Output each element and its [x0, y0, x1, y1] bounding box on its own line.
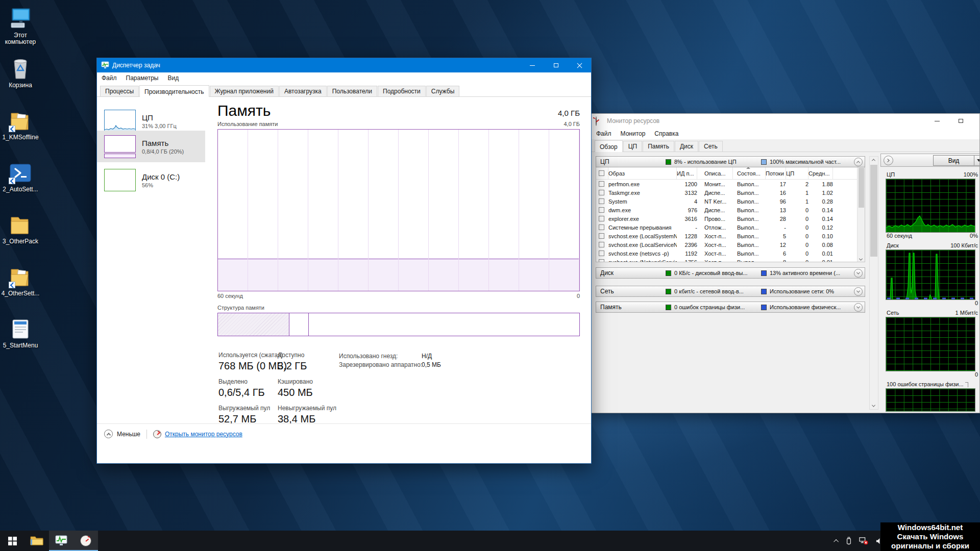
desktop-icon-otherpack[interactable]: 3_OtherPack	[1, 213, 40, 245]
tab-details[interactable]: Подробности	[378, 86, 426, 96]
process-threads: 17	[766, 181, 786, 187]
column-threads[interactable]: Потоки	[766, 167, 786, 179]
close-button[interactable]	[568, 58, 591, 72]
start-button[interactable]	[0, 531, 24, 551]
open-resource-monitor-link[interactable]: Открыть монитор ресурсов	[165, 431, 242, 438]
process-row[interactable]: explorer.exe 3616 Прово... Выпол... 28 0…	[596, 214, 865, 223]
column-pid[interactable]: ИД п...	[677, 167, 697, 179]
cpu-section-bar[interactable]: ЦП 8% - использование ЦП 100% максимальн…	[596, 156, 865, 167]
process-checkbox[interactable]	[596, 190, 608, 195]
process-checkbox[interactable]	[596, 181, 608, 187]
menu-monitor[interactable]: Монитор	[616, 130, 650, 137]
fewer-details-button[interactable]: Меньше	[117, 431, 140, 438]
taskbar-file-explorer-button[interactable]	[24, 531, 49, 551]
process-row[interactable]: svchost.exe (LocalSystemNet... 1228 Хост…	[596, 232, 865, 240]
table-scrollbar[interactable]	[857, 167, 865, 262]
process-checkbox[interactable]	[596, 242, 608, 247]
taskbar-task-manager-button[interactable]	[49, 531, 74, 551]
process-pid: 3132	[677, 190, 697, 196]
watermark-line: Скачать Windows	[880, 532, 980, 541]
column-status[interactable]: Состоя...	[737, 167, 766, 179]
tray-chevron-up-icon[interactable]	[834, 539, 839, 544]
scroll-up-arrow-icon[interactable]	[872, 159, 875, 162]
column-average-cpu[interactable]: Средн...	[808, 167, 833, 179]
process-average-cpu: 0.01	[808, 251, 833, 257]
resource-monitor-titlebar[interactable]: Монитор ресурсов	[592, 114, 979, 128]
tab-users[interactable]: Пользователи	[327, 86, 377, 96]
tab-processes[interactable]: Процессы	[100, 86, 139, 96]
memory-composition-bar[interactable]	[217, 313, 580, 336]
process-checkbox[interactable]	[596, 207, 608, 213]
desktop-icon-startmenu[interactable]: 5_StartMenu	[1, 317, 40, 349]
scroll-down-arrow-icon[interactable]	[859, 257, 863, 261]
network-section-expand-button[interactable]	[854, 287, 863, 296]
desktop-icon-kmsoffline[interactable]: 1_KMSoffline	[1, 109, 40, 141]
desktop-icon-recycle-bin[interactable]: Корзина	[1, 57, 40, 89]
process-checkbox[interactable]	[596, 198, 608, 204]
tab-network[interactable]: Сеть	[699, 141, 723, 152]
process-rows: perfmon.exe 1200 Монит... Выпол... 17 2 …	[596, 180, 865, 262]
tab-performance[interactable]: Производительность	[139, 85, 209, 97]
scroll-down-arrow-icon[interactable]	[872, 404, 875, 407]
collapse-panel-button[interactable]	[884, 156, 893, 165]
process-row[interactable]: svchost.exe (LocalServiceNo... 2396 Хост…	[596, 240, 865, 249]
disk-section-bar[interactable]: Диск 0 КБ/с - дисковый ввод-вы... 13% ак…	[596, 267, 865, 279]
process-row[interactable]: perfmon.exe 1200 Монит... Выпол... 17 2 …	[596, 180, 865, 188]
process-checkbox[interactable]	[596, 259, 608, 262]
desktop-icon-autosett[interactable]: 2_AutoSett...	[1, 161, 40, 193]
process-row[interactable]: System 4 NT Ker... Выпол... 96 1 0.28	[596, 197, 865, 206]
desktop-icon-this-pc[interactable]: Этот компьютер	[1, 7, 40, 45]
process-row[interactable]: dwm.exe 976 Диспе... Выпол... 13 0 0.14	[596, 206, 865, 214]
process-checkbox[interactable]	[596, 216, 608, 221]
overview-scrollbar[interactable]	[869, 156, 878, 410]
menu-options[interactable]: Параметры	[121, 74, 163, 82]
minimize-button[interactable]	[925, 114, 949, 128]
network-disconnected-icon[interactable]	[859, 537, 868, 545]
tab-memory[interactable]: Память	[643, 141, 674, 152]
menu-file[interactable]: Файл	[97, 74, 121, 82]
process-average-cpu: 0.12	[808, 224, 833, 231]
menu-view[interactable]: Вид	[163, 74, 183, 82]
usb-device-icon[interactable]	[846, 537, 852, 545]
task-manager-titlebar[interactable]: Диспетчер задач	[97, 58, 591, 72]
column-description[interactable]: Описа...	[704, 167, 733, 179]
cpu-graph-title: ЦП	[887, 171, 895, 178]
tab-app-history[interactable]: Журнал приложений	[210, 86, 279, 96]
menu-file[interactable]: Файл	[592, 130, 616, 137]
process-checkbox[interactable]	[596, 251, 608, 256]
disk-section-expand-button[interactable]	[854, 269, 863, 278]
process-average-cpu: 1.02	[808, 190, 833, 196]
select-all-checkbox[interactable]	[596, 167, 608, 179]
close-button[interactable]	[972, 114, 980, 128]
tab-startup[interactable]: Автозагрузка	[279, 86, 327, 96]
view-dropdown-button[interactable]: Вид	[933, 155, 980, 166]
tab-services[interactable]: Службы	[426, 86, 459, 96]
tab-disk[interactable]: Диск	[675, 141, 698, 152]
cpu-section-collapse-button[interactable]	[854, 158, 863, 166]
process-checkbox[interactable]	[596, 233, 608, 239]
memory-section-expand-button[interactable]	[854, 303, 863, 312]
maximize-button[interactable]	[544, 58, 568, 72]
process-checkbox[interactable]	[596, 224, 608, 230]
taskbar-resource-monitor-button[interactable]	[74, 531, 98, 551]
sidebar-item-memory[interactable]: Память 0,8/4,0 ГБ (20%)	[97, 131, 205, 162]
network-section-bar[interactable]: Сеть 0 кбит/с - сетевой ввод-в... Исполь…	[596, 286, 865, 297]
column-image[interactable]: Образ	[608, 167, 677, 179]
sidebar-cpu-name: ЦП	[142, 113, 177, 122]
memory-section-bar[interactable]: Память 0 ошибок страницы физи... Использ…	[596, 302, 865, 313]
process-row[interactable]: Системные прерывания - Отлож... Выпол...…	[596, 223, 865, 232]
menu-help[interactable]: Справка	[650, 130, 683, 137]
dropdown-arrow-icon[interactable]	[974, 156, 980, 165]
process-row[interactable]: svchost.exe (netsvcs -p) 1192 Хост-п... …	[596, 249, 865, 258]
desktop-icon-othersett[interactable]: 4_OtherSett...	[1, 265, 40, 297]
sidebar-item-disk[interactable]: Диск 0 (C:) 56%	[97, 164, 205, 196]
process-cpu: 0	[786, 251, 808, 257]
minimize-button[interactable]	[521, 58, 544, 72]
process-table-header[interactable]: Образ ИД п... Описа... Состоя... Потоки …	[596, 167, 865, 180]
tab-overview[interactable]: Обзор	[595, 140, 623, 152]
tab-cpu[interactable]: ЦП	[623, 141, 643, 152]
process-row[interactable]: svchost.exe (NetworkService... 1756 Хост…	[596, 258, 865, 262]
process-row[interactable]: Taskmgr.exe 3132 Диспе... Выпол... 16 1 …	[596, 188, 865, 197]
column-cpu[interactable]: ЦП	[786, 167, 808, 179]
maximize-button[interactable]	[949, 114, 972, 128]
